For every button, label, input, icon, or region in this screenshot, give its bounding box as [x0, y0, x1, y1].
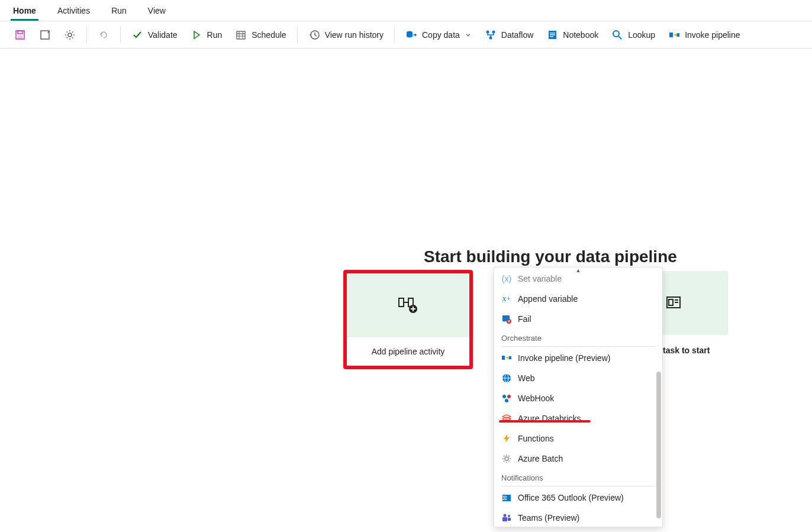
svg-rect-23 — [399, 298, 404, 307]
dropdown-item-azure-batch[interactable]: Azure Batch — [494, 449, 662, 469]
dropdown-separator — [501, 346, 655, 347]
dropdown-item-azure-databricks[interactable]: Azure Databricks — [494, 408, 662, 428]
search-icon — [611, 29, 623, 41]
validate-button[interactable]: Validate — [127, 27, 182, 43]
history-label: View run history — [325, 30, 384, 40]
dropdown-scrollbar[interactable] — [656, 372, 661, 518]
svg-point-14 — [489, 36, 492, 39]
dropdown-item-invoke-pipeline[interactable]: Invoke pipeline (Preview) — [494, 348, 662, 368]
template-icon — [665, 295, 682, 311]
dropdown-item-append-variable[interactable]: x+ Append variable — [494, 289, 662, 309]
calendar-icon — [235, 29, 247, 41]
var-icon: (x) — [501, 273, 512, 284]
svg-point-47 — [504, 514, 507, 517]
choose-task-label: task to start — [663, 335, 728, 355]
svg-rect-22 — [677, 33, 679, 37]
invoke-pipeline-button[interactable]: Invoke pipeline — [663, 27, 745, 43]
dropdown-item-fail[interactable]: Fail — [494, 309, 662, 329]
dropdown-item-label: Functions — [518, 434, 554, 443]
outlook-icon — [501, 492, 512, 503]
save-as-icon — [39, 29, 51, 41]
svg-rect-1 — [18, 31, 22, 34]
dropdown-item-office365-outlook[interactable]: Office 365 Outlook (Preview) — [494, 488, 662, 508]
append-var-icon: x+ — [501, 294, 512, 304]
annotation-underline — [499, 420, 591, 423]
save-icon — [14, 29, 26, 41]
fail-icon — [501, 314, 512, 324]
choose-task-card[interactable]: task to start — [663, 271, 728, 368]
functions-icon — [501, 433, 512, 444]
lookup-button[interactable]: Lookup — [607, 27, 660, 43]
history-icon — [308, 29, 320, 41]
dropdown-item-label: Set variable — [518, 274, 562, 283]
copy-data-label: Copy data — [422, 30, 460, 40]
lookup-label: Lookup — [628, 30, 655, 40]
invoke-pipeline-icon — [501, 353, 512, 363]
tab-activities[interactable]: Activities — [55, 1, 92, 21]
dropdown-item-label: Append variable — [518, 294, 578, 304]
dropdown-item-set-variable[interactable]: (x) Set variable — [494, 273, 662, 289]
settings-button[interactable] — [59, 27, 80, 43]
pipeline-add-icon — [398, 295, 419, 316]
copy-data-icon — [405, 29, 417, 41]
dropdown-item-label: Office 365 Outlook (Preview) — [518, 493, 624, 502]
toolbar-divider — [394, 27, 395, 43]
svg-point-4 — [68, 33, 72, 37]
invoke-pipeline-icon — [668, 29, 680, 41]
svg-line-20 — [618, 36, 621, 39]
notebook-button[interactable]: Notebook — [542, 27, 603, 43]
check-icon — [131, 29, 143, 41]
notebook-label: Notebook — [563, 30, 598, 40]
dropdown-separator — [501, 486, 655, 486]
dropdown-item-webhook[interactable]: WebHook — [494, 388, 662, 408]
toolbar-divider — [86, 27, 87, 43]
svg-rect-50 — [508, 518, 511, 521]
play-icon — [191, 29, 202, 41]
validate-label: Validate — [148, 30, 178, 40]
choose-task-icon-area — [663, 271, 728, 335]
svg-rect-16 — [550, 33, 555, 34]
run-button[interactable]: Run — [186, 27, 227, 43]
save-as-button[interactable] — [34, 27, 56, 43]
svg-point-43 — [505, 457, 508, 460]
copy-data-button[interactable]: Copy data — [401, 27, 476, 43]
svg-point-40 — [502, 395, 506, 398]
invoke-pipeline-label: Invoke pipeline — [685, 30, 740, 40]
schedule-button[interactable]: Schedule — [230, 27, 291, 43]
globe-icon — [501, 373, 512, 383]
tab-home[interactable]: Home — [11, 1, 38, 21]
save-button[interactable] — [9, 27, 31, 43]
tab-run[interactable]: Run — [109, 1, 129, 21]
activity-dropdown: ▲ (x) Set variable x+ Append variable Fa… — [494, 267, 663, 527]
svg-point-48 — [508, 515, 510, 517]
dropdown-item-label: Web — [518, 373, 535, 383]
notebook-icon — [546, 29, 558, 41]
pipeline-canvas[interactable]: Start building your data pipeline Add pi… — [0, 49, 812, 532]
svg-point-13 — [492, 30, 495, 33]
schedule-label: Schedule — [252, 30, 286, 40]
run-label: Run — [207, 30, 223, 40]
view-run-history-button[interactable]: View run history — [304, 27, 388, 43]
webhook-icon — [501, 393, 512, 404]
dataflow-button[interactable]: Dataflow — [480, 27, 538, 43]
dropdown-item-label: Teams (Preview) — [518, 513, 579, 523]
svg-rect-49 — [502, 517, 507, 521]
undo-button[interactable] — [93, 27, 114, 43]
scroll-up-arrow[interactable]: ▲ — [494, 267, 662, 273]
svg-point-12 — [486, 30, 489, 33]
toolbar: Validate Run Schedule View run history C… — [0, 21, 812, 49]
dropdown-item-web[interactable]: Web — [494, 368, 662, 388]
add-pipeline-activity-card[interactable]: Add pipeline activity — [343, 270, 473, 369]
add-activity-card-icon-area — [347, 273, 469, 337]
teams-icon — [501, 512, 512, 523]
svg-rect-18 — [550, 36, 553, 37]
dropdown-item-teams[interactable]: Teams (Preview) — [494, 508, 662, 527]
dropdown-item-label: WebHook — [518, 394, 554, 403]
dropdown-item-functions[interactable]: Functions — [494, 428, 662, 449]
svg-rect-17 — [550, 34, 555, 36]
dropdown-item-label: Azure Batch — [518, 454, 563, 463]
dropdown-section-notifications: Notifications — [494, 469, 662, 485]
svg-rect-30 — [669, 299, 673, 305]
dataflow-label: Dataflow — [501, 30, 533, 40]
tab-view[interactable]: View — [146, 1, 168, 21]
